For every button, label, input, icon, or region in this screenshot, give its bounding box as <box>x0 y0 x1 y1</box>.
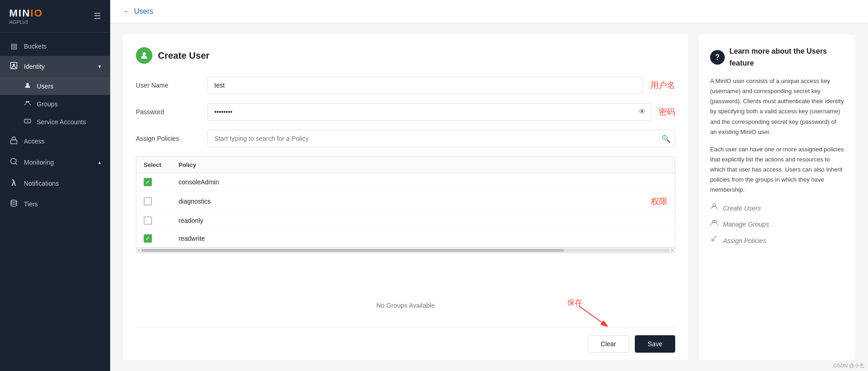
policy-section: Select Policy ✓ consoleAdmin <box>136 156 675 291</box>
checkbox-readwrite[interactable]: ✓ <box>144 234 152 243</box>
info-title: Learn more about the Users feature <box>729 45 844 69</box>
assign-policies-label: Assign Policies <box>136 135 200 142</box>
form-header: Create User <box>136 47 675 64</box>
svg-point-6 <box>27 121 28 122</box>
watermark: CSDN @小乞 <box>834 362 864 369</box>
info-feature-create-users: Create Users <box>710 202 844 214</box>
scrollbar-track <box>141 249 669 252</box>
row-policy-readwrite: readwrite <box>179 235 667 242</box>
svg-point-11 <box>143 52 146 55</box>
toggle-password-icon[interactable]: 👁 <box>638 108 646 116</box>
info-panel: ? Learn more about the Users feature A M… <box>699 34 855 360</box>
row-select-readonly[interactable] <box>144 216 171 225</box>
table-row: diagnostics 权限 <box>136 191 675 212</box>
info-feature-label-create-users: Create Users <box>723 203 761 213</box>
row-policy-diagnostics: diagnostics <box>179 198 636 205</box>
svg-point-4 <box>28 101 29 103</box>
svg-point-16 <box>714 221 717 223</box>
logo-io: IO <box>30 7 43 19</box>
svg-point-1 <box>13 64 15 66</box>
sidebar-item-users[interactable]: Users <box>0 77 110 95</box>
password-label: Password <box>136 108 200 116</box>
sidebar-sub-label-users: Users <box>37 83 54 90</box>
sidebar-item-service-accounts[interactable]: Service Accounts <box>0 113 110 131</box>
users-icon <box>24 82 32 90</box>
sidebar-item-buckets[interactable]: ▤ Buckets <box>0 36 110 56</box>
notifications-icon: λ <box>9 178 18 188</box>
info-feature-assign-policies: Assign Policies <box>710 235 844 247</box>
sidebar-item-identity[interactable]: Identity ▾ <box>0 56 110 77</box>
clear-button[interactable]: Clear <box>588 335 629 353</box>
info-feature-label-manage-groups: Manage Groups <box>723 219 769 229</box>
sidebar-item-monitoring-label: Monitoring <box>24 159 54 166</box>
scroll-left-icon[interactable]: ‹ <box>138 248 140 253</box>
scrollbar-thumb <box>141 249 564 252</box>
password-input[interactable] <box>207 103 651 121</box>
tiers-icon <box>9 199 18 209</box>
form-header-icon <box>136 47 152 64</box>
row-policy-consoleAdmin: consoleAdmin <box>179 178 667 186</box>
row-select-diagnostics[interactable] <box>144 197 171 205</box>
sidebar-item-notifications[interactable]: λ Notifications <box>0 173 110 194</box>
checkbox-diagnostics[interactable] <box>144 197 152 205</box>
svg-point-2 <box>26 83 28 85</box>
hamburger-icon[interactable]: ☰ <box>94 11 101 21</box>
groups-icon <box>24 100 32 108</box>
assign-policies-input-wrapper: 🔍 <box>207 130 675 147</box>
svg-point-3 <box>26 101 28 103</box>
policy-table-header: Select Policy <box>136 157 675 173</box>
info-feature-manage-groups: Manage Groups <box>710 219 844 231</box>
sidebar-item-access[interactable]: Access <box>0 131 110 152</box>
form-title: Create User <box>158 50 209 61</box>
info-feature-label-assign-policies: Assign Policies <box>723 236 766 246</box>
topbar: ← Users <box>110 0 868 23</box>
svg-line-9 <box>15 163 17 164</box>
horizontal-scrollbar[interactable]: ‹ › <box>136 247 675 253</box>
identity-icon <box>9 61 18 72</box>
username-row: User Name 用户名 <box>136 77 675 94</box>
identity-chevron: ▾ <box>98 63 101 70</box>
buckets-icon: ▤ <box>9 42 18 50</box>
table-row: ✓ consoleAdmin <box>136 173 675 191</box>
row-select-readwrite[interactable]: ✓ <box>144 234 171 243</box>
table-row: readonly <box>136 212 675 230</box>
info-header: ? Learn more about the Users feature <box>710 45 844 69</box>
col-policy-header: Policy <box>179 161 667 168</box>
checkbox-consoleAdmin[interactable]: ✓ <box>144 178 152 186</box>
form-actions: 保存 Clear Save <box>136 327 675 360</box>
username-input[interactable] <box>207 77 643 94</box>
access-icon <box>9 136 18 146</box>
policy-annotation: 权限 <box>651 196 667 207</box>
create-users-icon <box>710 202 718 214</box>
logo-version: AGPLv3 <box>9 19 28 25</box>
sidebar-item-notifications-label: Notifications <box>24 180 59 187</box>
assign-policies-icon <box>710 235 718 247</box>
assign-policies-input[interactable] <box>207 130 675 147</box>
checkbox-readonly[interactable] <box>144 216 152 225</box>
back-button[interactable]: ← <box>123 7 130 16</box>
svg-rect-7 <box>11 140 17 144</box>
sidebar-nav: ▤ Buckets Identity ▾ Users Groups <box>0 33 110 371</box>
svg-point-14 <box>713 204 716 206</box>
password-row: Password 👁 密码 <box>136 103 675 121</box>
sidebar-item-tiers[interactable]: Tiers <box>0 194 110 215</box>
scroll-right-icon[interactable]: › <box>672 248 673 253</box>
assign-policies-row: Assign Policies 🔍 <box>136 130 675 147</box>
monitoring-icon <box>9 157 18 167</box>
page-title: Users <box>134 7 153 16</box>
save-button[interactable]: Save <box>635 335 675 353</box>
logo-title: MINIO <box>9 7 43 19</box>
sidebar: MINIO AGPLv3 ☰ ▤ Buckets Identity ▾ User… <box>0 0 110 371</box>
username-annotation: 用户名 <box>650 80 675 91</box>
password-annotation: 密码 <box>659 106 675 117</box>
info-desc-2: Each user can have one or more assigned … <box>710 144 844 195</box>
info-desc-1: A MinIO user consists of a unique access… <box>710 76 844 137</box>
no-groups-message: No Groups Available <box>136 291 675 320</box>
row-select-consoleAdmin[interactable]: ✓ <box>144 178 171 186</box>
sidebar-item-tiers-label: Tiers <box>24 200 38 208</box>
sidebar-item-groups[interactable]: Groups <box>0 95 110 113</box>
sidebar-item-monitoring[interactable]: Monitoring ▴ <box>0 152 110 173</box>
sidebar-sub-label-service-accounts: Service Accounts <box>37 118 86 126</box>
policy-table: Select Policy ✓ consoleAdmin <box>136 156 675 253</box>
main-area: ← Users Create User User Name 用户名 <box>110 0 868 371</box>
